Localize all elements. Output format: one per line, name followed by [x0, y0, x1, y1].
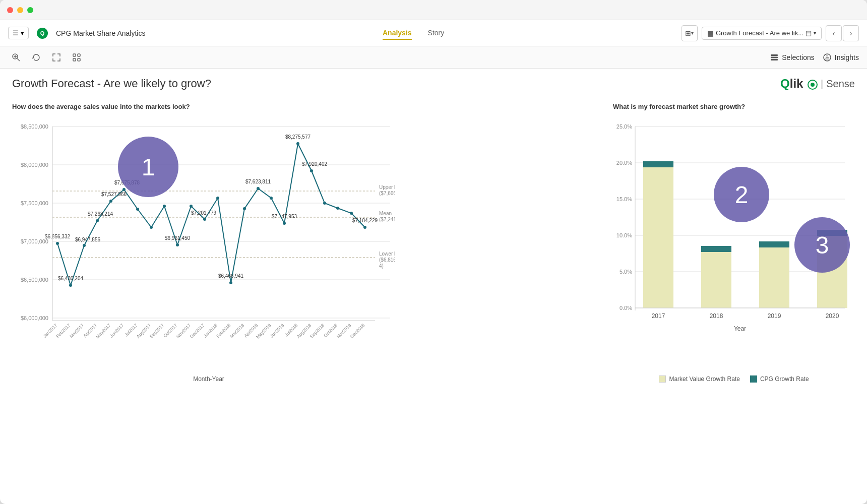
svg-text:$7,147,953: $7,147,953 [272, 214, 297, 219]
titlebar [0, 0, 867, 20]
tab-story[interactable]: Story [428, 27, 445, 40]
page-header: Growth Forecast - Are we likely to grow?… [0, 69, 867, 95]
svg-text:Feb2018: Feb2018 [215, 323, 231, 339]
svg-text:2018: 2018 [710, 312, 723, 320]
svg-point-50 [203, 218, 206, 221]
svg-text:Sep2018: Sep2018 [309, 323, 326, 339]
svg-point-42 [96, 219, 99, 222]
svg-point-59 [323, 202, 326, 205]
svg-point-58 [310, 169, 313, 172]
nav-arrows: ‹ › [826, 25, 859, 41]
svg-point-54 [257, 187, 260, 190]
legend-label-market: Market Value Growth Rate [669, 375, 740, 383]
maximize-btn[interactable] [27, 7, 33, 13]
svg-point-40 [69, 284, 72, 287]
svg-text:($7,241,378): ($7,241,378) [379, 217, 395, 222]
svg-text:$7,000,000: $7,000,000 [21, 238, 48, 244]
svg-text:$6,961,450: $6,961,450 [165, 235, 190, 241]
minimize-btn[interactable] [17, 7, 23, 13]
svg-text:Dec2017: Dec2017 [189, 323, 206, 339]
svg-text:May2017: May2017 [95, 323, 111, 339]
svg-text:$6,856,332: $6,856,332 [45, 234, 70, 239]
svg-point-49 [190, 205, 193, 208]
svg-text:$7,920,402: $7,920,402 [302, 161, 327, 167]
svg-text:Lower limit: Lower limit [379, 251, 395, 257]
svg-text:25.0%: 25.0% [616, 123, 632, 130]
svg-rect-8 [771, 54, 778, 56]
svg-rect-4 [73, 54, 76, 56]
menu-button[interactable]: ☰ ▾ [8, 27, 29, 39]
refresh-icon[interactable] [28, 49, 44, 66]
svg-point-39 [56, 242, 59, 245]
settings-icon[interactable] [69, 49, 85, 66]
header-right: ⊞ ▾ ▤ Growth Forecast - Are we lik... ▤ … [682, 25, 859, 41]
app-logo: Q [37, 28, 48, 39]
right-chart-area: 2 3 25.0% 20.0% 15.0% 10.0% 5.0% 0.0% [613, 116, 855, 383]
svg-text:$7,201,779: $7,201,779 [191, 210, 216, 216]
svg-point-43 [109, 200, 112, 203]
svg-rect-10 [771, 59, 778, 60]
svg-rect-6 [73, 58, 76, 61]
svg-text:10.0%: 10.0% [616, 232, 632, 238]
new-sheet-icon: ⊞ [685, 29, 691, 37]
svg-text:Upper limit: Upper limit [379, 184, 395, 190]
bar-2018-market [701, 250, 731, 308]
badge-2: 2 [714, 167, 769, 222]
svg-text:Nov2017: Nov2017 [175, 323, 192, 339]
svg-text:2017: 2017 [652, 312, 665, 320]
close-btn[interactable] [7, 7, 13, 13]
menu-dropdown-icon: ▾ [21, 29, 24, 37]
svg-point-57 [296, 142, 299, 145]
new-sheet-button[interactable]: ⊞ ▾ [682, 25, 698, 41]
hamburger-icon: ☰ [13, 29, 19, 37]
badge-1: 1 [118, 137, 178, 197]
svg-text:$6,430,204: $6,430,204 [58, 276, 83, 281]
insights-button[interactable]: Insights [823, 53, 859, 62]
expand-icon[interactable] [48, 49, 65, 66]
svg-point-52 [229, 281, 232, 284]
app-title: CPG Market Share Analytics [56, 29, 145, 37]
nav-tabs: Analysis Story [153, 27, 673, 40]
sheet-selector-label: Growth Forecast - Are we lik... [716, 29, 803, 37]
svg-text:4): 4) [379, 263, 384, 269]
svg-point-62 [363, 226, 366, 229]
svg-text:Jun2017: Jun2017 [109, 323, 125, 338]
selections-button[interactable]: Selections [770, 53, 815, 62]
zoom-icon[interactable] [8, 49, 24, 66]
page-title: Growth Forecast - Are we likely to grow? [12, 77, 211, 90]
header: ☰ ▾ Q CPG Market Share Analytics Analysi… [0, 20, 867, 46]
svg-text:$7,500,000: $7,500,000 [21, 200, 48, 206]
svg-text:0.0%: 0.0% [620, 305, 632, 311]
qlik-logo: Qlik | Sense [780, 77, 855, 91]
svg-text:$7,623,811: $7,623,811 [245, 179, 271, 184]
prev-sheet-button[interactable]: ‹ [826, 25, 842, 41]
svg-text:2019: 2019 [768, 312, 781, 320]
svg-point-44 [122, 188, 126, 191]
bar-2019-cpg [759, 241, 789, 247]
new-sheet-dropdown-icon: ▾ [691, 30, 694, 36]
left-chart-area: 1 $8,500,000 $8,000,000 $7,500,000 $7,00… [12, 116, 405, 394]
svg-text:Sep2017: Sep2017 [149, 323, 165, 339]
svg-text:$6,500,000: $6,500,000 [21, 277, 48, 283]
svg-point-46 [150, 226, 153, 229]
sheet-selector[interactable]: ▤ Growth Forecast - Are we lik... ▤ ▾ [702, 27, 822, 40]
svg-text:Dec2018: Dec2018 [349, 323, 366, 339]
svg-text:$6,947,856: $6,947,856 [75, 237, 100, 242]
tab-analysis[interactable]: Analysis [383, 27, 412, 40]
svg-text:($6,816,75-: ($6,816,75- [379, 257, 395, 263]
svg-text:Nov2018: Nov2018 [336, 323, 352, 339]
svg-text:$8,500,000: $8,500,000 [21, 123, 48, 130]
legend-swatch-market [659, 375, 666, 383]
left-chart-svg: $8,500,000 $8,000,000 $7,500,000 $7,000,… [12, 116, 395, 384]
left-chart-container: How does the average sales value into th… [12, 103, 593, 496]
next-sheet-button[interactable]: › [843, 25, 859, 41]
bar-2019-market [759, 245, 789, 308]
svg-text:$6,000,000: $6,000,000 [21, 315, 48, 321]
svg-text:$7,184,229: $7,184,229 [352, 218, 378, 223]
svg-point-53 [243, 207, 246, 210]
svg-text:Jun2018: Jun2018 [269, 323, 285, 338]
svg-text:$8,000,000: $8,000,000 [21, 162, 48, 168]
svg-text:Year: Year [734, 325, 746, 332]
legend-item-market-value: Market Value Growth Rate [659, 375, 740, 383]
left-chart-title: How does the average sales value into th… [12, 103, 593, 110]
